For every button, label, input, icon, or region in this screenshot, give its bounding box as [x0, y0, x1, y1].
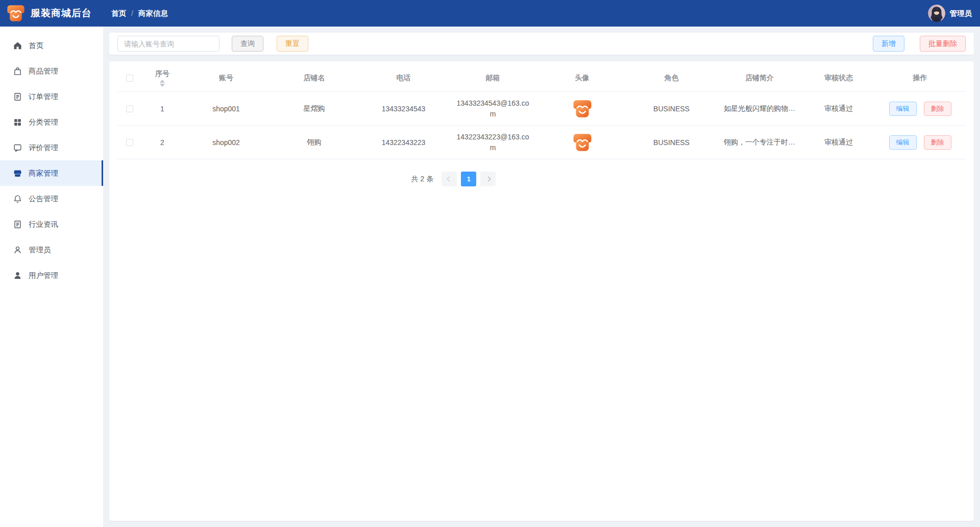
sidebar-item-home[interactable]: 首页 — [0, 33, 103, 58]
column-header-index[interactable]: 序号 — [142, 67, 183, 89]
column-header-phone: 电话 — [359, 71, 448, 85]
sidebar-item-label: 公告管理 — [29, 194, 58, 204]
sidebar-item-label: 管理员 — [29, 245, 51, 255]
sidebar-item-industry-news[interactable]: 行业资讯 — [0, 211, 103, 237]
delete-button[interactable]: 删除 — [924, 102, 951, 116]
toolbar: 查询 重置 新增 批量删除 — [109, 33, 974, 55]
merchant-table: 序号 账号 店铺名 电话 邮箱 头像 角色 店铺简介 审核状态 操作 1shop… — [109, 61, 974, 521]
table-row: 2shop002翎购1432234322314322343223@163.com… — [117, 126, 966, 159]
cell-index: 2 — [142, 136, 183, 149]
shop-avatar-icon — [572, 99, 593, 119]
sidebar-item-announcements[interactable]: 公告管理 — [0, 186, 103, 211]
breadcrumb-separator: / — [131, 9, 133, 17]
cell-account: shop002 — [183, 136, 270, 149]
batch-delete-button[interactable]: 批量删除 — [920, 36, 966, 52]
cell-phone: 13433234543 — [359, 103, 448, 115]
column-header-avatar: 头像 — [537, 71, 627, 85]
row-checkbox[interactable] — [126, 139, 133, 146]
pagination: 共 2 条 1 — [117, 172, 966, 186]
user-filled-icon — [13, 271, 22, 280]
row-checkbox[interactable] — [126, 105, 133, 112]
main-content: 查询 重置 新增 批量删除 序号 账号 店铺名 电话 邮箱 头像 角色 店铺简介… — [103, 27, 980, 527]
sidebar-item-label: 评价管理 — [29, 143, 58, 153]
cell-shop-name: 星熠购 — [270, 102, 359, 115]
column-header-actions: 操作 — [874, 71, 966, 85]
pagination-total: 共 2 条 — [411, 175, 434, 184]
delete-button[interactable]: 删除 — [924, 135, 951, 150]
edit-button[interactable]: 编辑 — [889, 135, 917, 150]
sidebar-item-label: 商家管理 — [29, 169, 58, 178]
sidebar-item-label: 订单管理 — [29, 92, 58, 102]
cell-role: BUSINESS — [627, 136, 716, 149]
sidebar-item-categories[interactable]: 分类管理 — [0, 109, 103, 135]
sidebar-item-merchants[interactable]: 商家管理 — [0, 160, 103, 186]
table-header: 序号 账号 店铺名 电话 邮箱 头像 角色 店铺简介 审核状态 操作 — [117, 64, 966, 92]
cell-phone: 14322343223 — [359, 136, 448, 149]
cell-account: shop001 — [183, 103, 270, 115]
news-doc-icon — [13, 220, 22, 229]
select-all-checkbox[interactable] — [126, 75, 133, 82]
shop-avatar-icon — [572, 132, 593, 153]
sidebar-item-label: 商品管理 — [29, 66, 58, 76]
add-button[interactable]: 新增 — [873, 36, 904, 52]
column-header-account: 账号 — [183, 71, 270, 85]
query-button[interactable]: 查询 — [232, 36, 263, 52]
bell-icon — [13, 195, 22, 203]
sidebar-item-products[interactable]: 商品管理 — [0, 58, 103, 84]
shop-icon — [13, 169, 22, 178]
grid-icon — [13, 118, 22, 127]
sidebar-item-admins[interactable]: 管理员 — [0, 237, 103, 262]
person-icon — [13, 246, 22, 254]
cell-email: 13433234543@163.com — [448, 96, 537, 122]
admin-label: 管理员 — [950, 9, 972, 18]
prev-page-button[interactable] — [442, 172, 457, 186]
chevron-right-icon — [485, 177, 491, 182]
cell-intro: 翎购，一个专注于时… — [716, 136, 803, 149]
column-header-shop-name: 店铺名 — [270, 71, 359, 85]
account-search-input[interactable] — [117, 36, 219, 52]
column-header-status: 审核状态 — [803, 71, 874, 85]
next-page-button[interactable] — [480, 172, 496, 186]
sidebar-item-label: 用户管理 — [29, 271, 58, 280]
chevron-left-icon — [447, 177, 452, 182]
sidebar-item-orders[interactable]: 订单管理 — [0, 84, 103, 109]
breadcrumb-current: 商家信息 — [138, 9, 168, 18]
shopping-bag-icon — [13, 67, 22, 76]
sidebar-item-label: 分类管理 — [29, 117, 58, 127]
edit-button[interactable]: 编辑 — [889, 102, 917, 116]
table-body: 1shop001星熠购1343323454313433234543@163.co… — [117, 92, 966, 159]
cell-index: 1 — [142, 103, 183, 115]
cell-status: 审核通过 — [803, 102, 874, 115]
cell-email: 14322343223@163.com — [448, 130, 537, 155]
sidebar-item-label: 首页 — [29, 41, 43, 51]
cell-intro: 如星光般闪耀的购物… — [716, 102, 803, 115]
top-header: 服装商城后台 首页 / 商家信息 管理员 — [0, 0, 980, 27]
order-doc-icon — [13, 92, 22, 101]
cell-status: 审核通过 — [803, 136, 874, 149]
sort-caret-icon[interactable] — [160, 80, 165, 87]
home-icon — [13, 41, 22, 50]
column-header-role: 角色 — [627, 71, 716, 85]
cell-shop-name: 翎购 — [270, 136, 359, 149]
admin-avatar[interactable] — [928, 5, 945, 22]
reset-button[interactable]: 重置 — [277, 36, 308, 52]
table-row: 1shop001星熠购1343323454313433234543@163.co… — [117, 92, 966, 126]
column-header-intro: 店铺简介 — [716, 71, 803, 85]
comment-icon — [13, 143, 22, 152]
breadcrumb-home[interactable]: 首页 — [111, 9, 126, 18]
cell-role: BUSINESS — [627, 103, 716, 115]
page-1-button[interactable]: 1 — [461, 172, 476, 186]
column-header-email: 邮箱 — [448, 71, 537, 85]
app-logo-icon — [6, 4, 26, 23]
sidebar: 首页商品管理订单管理分类管理评价管理商家管理公告管理行业资讯管理员用户管理 — [0, 27, 103, 527]
sidebar-item-label: 行业资讯 — [29, 220, 58, 229]
app-title: 服装商城后台 — [31, 7, 92, 20]
breadcrumb: 首页 / 商家信息 — [111, 9, 168, 18]
sidebar-item-users[interactable]: 用户管理 — [0, 262, 103, 288]
sidebar-item-reviews[interactable]: 评价管理 — [0, 135, 103, 160]
